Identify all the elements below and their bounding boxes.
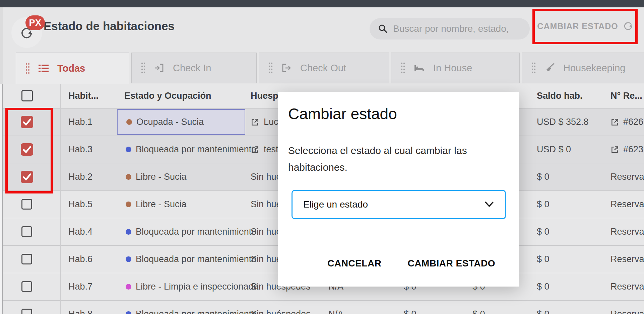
column-header-reserva[interactable]: N° Re... xyxy=(610,84,642,108)
drag-handle-icon[interactable] xyxy=(531,62,536,74)
tab-label: Todas xyxy=(57,63,85,74)
cell-saldo: $ 0 xyxy=(537,301,550,314)
change-state-toolbar-label: CAMBIAR ESTADO xyxy=(537,21,618,31)
row-checkbox[interactable] xyxy=(21,143,33,156)
bed-icon xyxy=(414,63,425,73)
status-dot xyxy=(126,229,131,235)
guest-cell[interactable]: Sin huéspedes xyxy=(251,301,311,314)
tab-label: Housekeeping xyxy=(563,63,625,74)
estado-cell[interactable]: Bloqueada por mantenimiento xyxy=(117,137,245,162)
tab-check-out[interactable]: Check Out xyxy=(259,53,389,83)
reservation-number: Reserva xyxy=(610,309,644,314)
column-header-estado[interactable]: Estado y Ocupación xyxy=(124,84,211,108)
status-dot xyxy=(126,284,131,290)
external-link-icon xyxy=(251,145,259,154)
change-state-modal: Cambiar estado Selecciona el estado al c… xyxy=(278,92,519,287)
drag-handle-icon[interactable] xyxy=(25,63,30,75)
external-link-icon xyxy=(610,145,619,154)
row-checkbox[interactable] xyxy=(21,199,32,210)
state-select[interactable]: Elige un estado xyxy=(292,190,506,219)
guest-cell[interactable]: Luc xyxy=(251,108,278,136)
estado-cell[interactable]: Libre - Limpia e inspeccionada xyxy=(117,274,245,300)
checkmark-icon xyxy=(21,171,33,183)
guest-name: test xyxy=(264,144,278,155)
cell-saldo: $ 0 xyxy=(537,191,550,218)
estado-label: Ocupada - Sucia xyxy=(136,117,204,127)
reservation-cell[interactable]: Reserva xyxy=(610,273,644,300)
left-margin xyxy=(0,7,3,84)
estado-label: Bloqueada por mantenimiento xyxy=(136,227,256,237)
reservation-cell[interactable]: #623 xyxy=(610,136,643,163)
cell-saldo: USD $ 0 xyxy=(537,136,571,163)
column-header-room[interactable]: Habit... xyxy=(68,84,99,108)
estado-label: Libre - Sucia xyxy=(136,199,187,210)
column-divider xyxy=(60,84,61,314)
row-checkbox[interactable] xyxy=(21,309,32,314)
reservation-cell[interactable]: Reserva xyxy=(610,218,644,245)
cell-value-1: $ 0 xyxy=(404,301,416,314)
guest-cell[interactable]: test xyxy=(251,136,278,163)
room-name: Hab.3 xyxy=(68,136,92,163)
room-name: Hab.5 xyxy=(68,191,92,218)
estado-cell[interactable]: Bloqueada por mantenimiento xyxy=(117,301,245,314)
cell-saldo: $ 0 xyxy=(537,246,550,273)
estado-cell[interactable]: Libre - Sucia xyxy=(117,191,245,217)
tab-housekeeping[interactable]: Housekeeping xyxy=(522,53,644,83)
estado-cell[interactable]: Libre - Sucia xyxy=(117,164,245,190)
reservation-number: Reserva xyxy=(610,254,644,264)
room-name: Hab.7 xyxy=(68,273,92,300)
room-name: Hab.8 xyxy=(68,301,92,314)
reservation-cell[interactable]: Reserva xyxy=(610,163,644,190)
tab-label: In House xyxy=(433,63,472,74)
room-name: Hab.6 xyxy=(68,246,92,273)
table-row[interactable]: Hab.8 Bloqueada por mantenimiento Sin hu… xyxy=(3,301,644,314)
page-title: Estado de habitaciones xyxy=(44,19,175,33)
reservation-cell[interactable]: Reserva xyxy=(610,191,644,218)
select-all-checkbox[interactable] xyxy=(21,90,33,101)
tab-todas[interactable]: Todas xyxy=(16,53,129,84)
modal-footer: CANCELAR CAMBIAR ESTADO xyxy=(325,258,497,269)
drag-handle-icon[interactable] xyxy=(401,62,405,74)
guest-name: Luc xyxy=(264,117,278,127)
row-checkbox[interactable] xyxy=(21,116,33,128)
search-icon xyxy=(378,23,388,34)
cancel-button[interactable]: CANCELAR xyxy=(325,258,383,269)
estado-label: Libre - Sucia xyxy=(136,172,187,182)
reservation-cell[interactable]: #626 xyxy=(610,108,643,136)
broom-icon xyxy=(544,63,555,73)
estado-cell[interactable]: Ocupada - Sucia xyxy=(117,109,245,135)
reservation-cell[interactable]: Reserva xyxy=(610,301,644,314)
reservation-number: Reserva xyxy=(610,282,644,292)
checkmark-icon xyxy=(21,143,33,156)
row-checkbox[interactable] xyxy=(21,226,32,237)
status-dot xyxy=(126,202,131,207)
tab-label: Check Out xyxy=(300,63,346,74)
chevron-down-icon xyxy=(484,201,494,208)
column-header-saldo[interactable]: Saldo hab. xyxy=(537,84,583,108)
estado-cell[interactable]: Bloqueada por mantenimiento xyxy=(117,246,245,272)
cell-saldo: $ 0 xyxy=(537,273,550,300)
change-state-toolbar-button[interactable]: CAMBIAR ESTADO xyxy=(536,12,634,40)
refresh-small-icon xyxy=(623,21,633,31)
row-checkbox[interactable] xyxy=(21,281,32,292)
drag-handle-icon[interactable] xyxy=(141,62,145,74)
row-checkbox[interactable] xyxy=(21,171,33,183)
window-top-bar xyxy=(0,0,644,7)
estado-label: Bloqueada por mantenimiento xyxy=(136,144,256,155)
guest-name: Sin huéspedes xyxy=(251,309,311,314)
confirm-change-state-button[interactable]: CAMBIAR ESTADO xyxy=(405,258,497,269)
reservation-cell[interactable]: Reserva xyxy=(610,246,644,273)
reservation-number: #626 xyxy=(623,117,643,127)
search-input[interactable]: Buscar por nombre, estado, xyxy=(370,18,530,40)
list-icon xyxy=(39,64,49,73)
modal-title: Cambiar estado xyxy=(288,105,397,123)
row-checkbox[interactable] xyxy=(21,254,32,264)
estado-cell[interactable]: Bloqueada por mantenimiento xyxy=(117,219,245,245)
reservation-number: Reserva xyxy=(610,199,644,210)
tab-check-in[interactable]: Check In xyxy=(131,53,257,83)
tab-in-house[interactable]: In House xyxy=(391,53,520,83)
status-dot xyxy=(126,147,131,152)
external-link-icon xyxy=(251,118,259,127)
drag-handle-icon[interactable] xyxy=(268,62,273,74)
search-placeholder: Buscar por nombre, estado, xyxy=(393,23,509,34)
